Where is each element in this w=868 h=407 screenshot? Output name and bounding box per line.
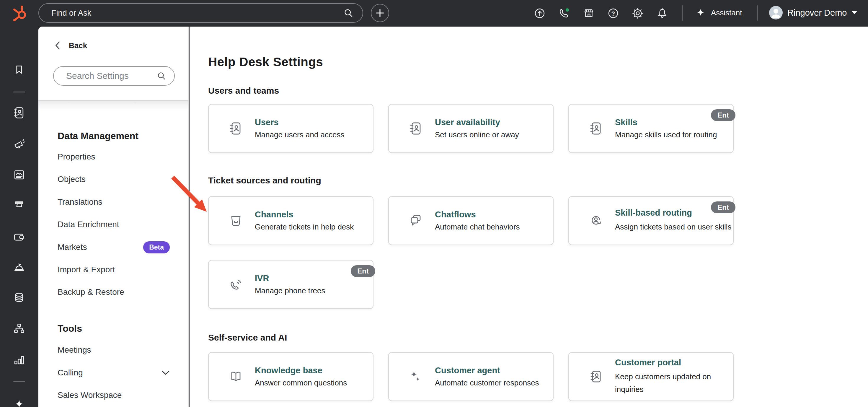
beta-badge: Beta bbox=[143, 241, 170, 254]
card-title: Channels bbox=[255, 210, 354, 220]
account-name: Ringover Demo bbox=[787, 8, 847, 18]
sidebar-item-data-enrichment[interactable]: Data Enrichment bbox=[58, 213, 170, 236]
calls-icon[interactable] bbox=[558, 7, 570, 20]
card-chatflows[interactable]: Chatflows Automate chat behaviors bbox=[388, 196, 554, 245]
upgrade-icon[interactable] bbox=[533, 7, 546, 20]
ent-badge: Ent bbox=[711, 109, 736, 121]
card-skill-based-routing[interactable]: Ent Skill-based routing Assign tickets b… bbox=[568, 196, 734, 245]
card-description: Manage users and access bbox=[255, 130, 345, 139]
card-description: Generate tickets in help desk bbox=[255, 223, 354, 232]
chevron-down-icon bbox=[161, 370, 170, 375]
top-navigation-bar: Find or Ask ? Assis bbox=[0, 0, 868, 27]
back-button[interactable]: Back bbox=[55, 41, 87, 50]
card-description: Set users online or away bbox=[435, 130, 519, 139]
account-menu[interactable]: Ringover Demo bbox=[769, 6, 857, 20]
card-description: Automate chat behaviors bbox=[435, 223, 520, 232]
sidebar-item-calling[interactable]: Calling bbox=[58, 361, 170, 384]
card-description: Manage phone trees bbox=[255, 286, 326, 295]
back-label: Back bbox=[69, 41, 87, 50]
card-description: Answer common questions bbox=[255, 378, 347, 387]
chevron-left-icon bbox=[55, 41, 61, 50]
card-title: Users bbox=[255, 118, 345, 127]
settings-search-input[interactable]: Search Settings bbox=[53, 66, 175, 86]
sidebar-item-import-export[interactable]: Import & Export bbox=[58, 258, 170, 281]
marketing-megaphone-icon[interactable] bbox=[13, 137, 26, 150]
sidebar-item-properties[interactable]: Properties bbox=[58, 146, 170, 168]
rail-divider bbox=[13, 92, 25, 92]
card-skills[interactable]: Ent Skills Manage skills used for routin… bbox=[568, 104, 734, 153]
card-user-availability[interactable]: User availability Set users online or aw… bbox=[388, 104, 554, 153]
card-title: IVR bbox=[255, 273, 326, 283]
rail-divider bbox=[13, 381, 25, 382]
sidebar-item-meetings[interactable]: Meetings bbox=[58, 339, 170, 361]
sidebar-item-sales-workspace[interactable]: Sales Workspace bbox=[58, 384, 170, 406]
page-title: Help Desk Settings bbox=[208, 55, 323, 69]
automations-icon[interactable] bbox=[13, 322, 26, 335]
contact-card-icon bbox=[589, 370, 603, 384]
contact-book-icon bbox=[229, 121, 243, 136]
card-description: Keep customers updated on inquiries bbox=[615, 370, 733, 396]
topbar-divider bbox=[682, 5, 683, 21]
section-heading-users-and-teams: Users and teams bbox=[208, 86, 279, 96]
card-description: Assign tickets based on user skills bbox=[615, 221, 732, 233]
search-icon bbox=[343, 8, 354, 18]
service-bell-icon[interactable] bbox=[13, 260, 26, 273]
card-title: Chatflows bbox=[435, 210, 520, 220]
assistant-sparkle-icon bbox=[695, 7, 706, 18]
content-icon[interactable] bbox=[13, 168, 26, 181]
global-search-placeholder: Find or Ask bbox=[51, 8, 343, 18]
data-database-icon[interactable] bbox=[13, 291, 26, 304]
card-customer-portal[interactable]: Customer portal Keep customers updated o… bbox=[568, 352, 734, 401]
ai-sparkles-icon bbox=[409, 370, 423, 384]
user-routing-icon bbox=[589, 213, 603, 228]
sidebar-header-divider bbox=[38, 100, 188, 101]
card-channels[interactable]: Channels Generate tickets in help desk bbox=[208, 196, 373, 245]
sidebar-item-backup-restore[interactable]: Backup & Restore bbox=[58, 281, 170, 303]
notifications-bell-icon[interactable] bbox=[656, 7, 669, 20]
global-search-input[interactable]: Find or Ask bbox=[38, 3, 363, 23]
contact-book-icon bbox=[409, 121, 423, 136]
inbox-tray-icon bbox=[229, 213, 243, 228]
help-icon[interactable]: ? bbox=[607, 7, 619, 20]
section-heading-self-service: Self-service and AI bbox=[208, 332, 287, 343]
settings-main-panel: Help Desk Settings Users and teams Users… bbox=[190, 27, 868, 407]
contact-book-icon bbox=[589, 121, 603, 136]
settings-sidebar: Payments Processing Back Search Settings… bbox=[38, 27, 189, 407]
section-title-tools: Tools bbox=[58, 323, 82, 334]
ai-sparkle-icon[interactable] bbox=[13, 398, 26, 407]
settings-gear-icon[interactable] bbox=[631, 7, 644, 20]
card-description: Automate customer responses bbox=[435, 378, 539, 387]
reporting-icon[interactable] bbox=[13, 353, 26, 366]
card-title: Skills bbox=[615, 118, 717, 127]
card-ivr[interactable]: Ent IVR Manage phone trees bbox=[208, 260, 373, 309]
open-book-icon bbox=[229, 370, 243, 384]
create-new-button[interactable] bbox=[371, 4, 389, 22]
avatar bbox=[769, 6, 783, 20]
card-users[interactable]: Users Manage users and access bbox=[208, 104, 373, 153]
section-title-data-management: Data Management bbox=[58, 130, 138, 142]
assistant-label: Assistant bbox=[711, 8, 742, 18]
settings-search-placeholder: Search Settings bbox=[66, 71, 156, 81]
sidebar-sticky-header bbox=[38, 27, 188, 100]
sidebar-item-objects[interactable]: Objects bbox=[58, 168, 170, 191]
search-icon bbox=[156, 71, 166, 81]
card-description: Manage skills used for routing bbox=[615, 130, 717, 139]
crm-contacts-icon[interactable] bbox=[13, 106, 26, 119]
commerce-icon[interactable] bbox=[13, 199, 26, 212]
chat-bubbles-icon bbox=[409, 213, 423, 228]
sidebar-item-markets[interactable]: Markets Beta bbox=[58, 236, 170, 258]
card-customer-agent[interactable]: Customer agent Automate customer respons… bbox=[388, 352, 554, 401]
caret-down-icon bbox=[851, 11, 857, 14]
svg-text:?: ? bbox=[612, 10, 615, 17]
card-knowledge-base[interactable]: Knowledge base Answer common questions bbox=[208, 352, 373, 401]
marketplace-icon[interactable] bbox=[583, 7, 595, 20]
phone-waves-icon bbox=[229, 277, 243, 292]
sidebar-item-translations[interactable]: Translations bbox=[58, 191, 170, 213]
hubspot-logo-icon[interactable] bbox=[12, 4, 28, 22]
card-title: User availability bbox=[435, 118, 519, 127]
card-title: Knowledge base bbox=[255, 366, 347, 375]
ent-badge: Ent bbox=[351, 265, 375, 277]
payments-wallet-icon[interactable] bbox=[13, 230, 26, 243]
bookmarks-icon[interactable] bbox=[13, 64, 26, 77]
assistant-button[interactable]: Assistant bbox=[695, 7, 742, 18]
